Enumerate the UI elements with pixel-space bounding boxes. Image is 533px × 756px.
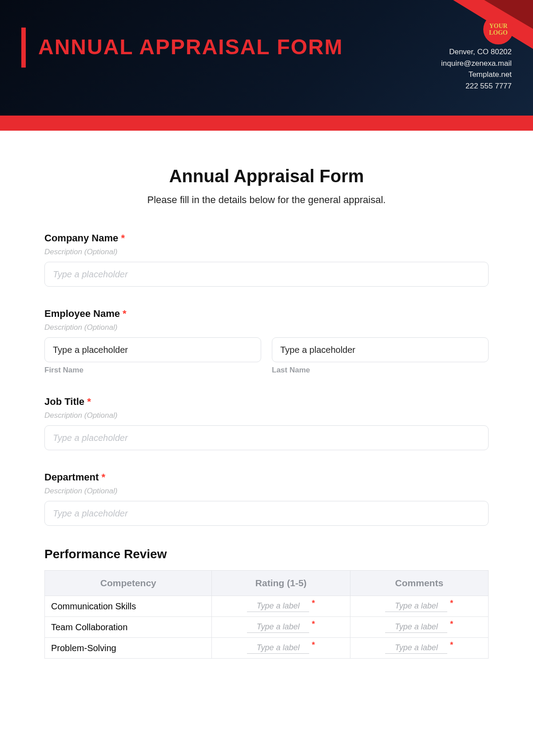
company-label: Company Name * (44, 232, 489, 244)
last-name-input[interactable] (272, 337, 489, 362)
performance-table: Competency Rating (1-5) Comments Communi… (44, 570, 489, 659)
department-label-text: Department (44, 472, 99, 483)
last-name-sublabel: Last Name (272, 366, 489, 375)
required-mark: * (450, 599, 453, 608)
field-employee: Employee Name * Description (Optional) F… (44, 308, 489, 375)
employee-label-text: Employee Name (44, 308, 120, 319)
performance-title: Performance Review (44, 547, 489, 561)
field-department: Department * Description (Optional) (44, 472, 489, 526)
comments-input[interactable] (385, 642, 447, 654)
company-desc: Description (Optional) (44, 248, 489, 256)
jobtitle-input[interactable] (44, 425, 489, 450)
col-rating: Rating (1-5) (212, 571, 350, 596)
company-input[interactable] (44, 262, 489, 287)
table-row: Team Collaboration * * (45, 617, 489, 638)
required-mark: * (121, 232, 125, 244)
field-company: Company Name * Description (Optional) (44, 232, 489, 287)
logo-badge: YOUR LOGO (483, 14, 513, 44)
contact-phone: 222 555 7777 (441, 80, 512, 92)
accent-bar-icon (21, 28, 26, 68)
competency-cell: Communication Skills (45, 596, 212, 617)
contact-address: Denver, CO 80202 (441, 46, 512, 58)
department-input[interactable] (44, 501, 489, 526)
first-name-sublabel: First Name (44, 366, 261, 375)
jobtitle-label: Job Title * (44, 396, 489, 408)
contact-email: inquire@zenexa.mail (441, 58, 512, 69)
employee-label: Employee Name * (44, 308, 489, 320)
jobtitle-desc: Description (Optional) (44, 411, 489, 420)
department-desc: Description (Optional) (44, 487, 489, 496)
required-mark: * (123, 308, 127, 319)
required-mark: * (450, 640, 453, 650)
rating-input[interactable] (247, 621, 309, 633)
jobtitle-label-text: Job Title (44, 396, 84, 407)
header-contact: Denver, CO 80202 inquire@zenexa.mail Tem… (441, 46, 512, 92)
competency-cell: Team Collaboration (45, 617, 212, 638)
col-comments: Comments (350, 571, 488, 596)
form-title: Annual Appraisal Form (44, 166, 489, 186)
required-mark: * (87, 396, 91, 407)
required-mark: * (312, 640, 315, 650)
rating-input[interactable] (247, 642, 309, 654)
rating-input[interactable] (247, 600, 309, 612)
required-mark: * (450, 620, 453, 629)
department-label: Department * (44, 472, 489, 483)
employee-desc: Description (Optional) (44, 323, 489, 332)
required-mark: * (101, 472, 105, 483)
red-strip (0, 116, 533, 131)
table-row: Communication Skills * * (45, 596, 489, 617)
page-header: YOUR LOGO ANNUAL APPRAISAL FORM Denver, … (0, 0, 533, 116)
form-subtitle: Please fill in the details below for the… (44, 194, 489, 206)
contact-site: Template.net (441, 69, 512, 80)
col-competency: Competency (45, 571, 212, 596)
comments-input[interactable] (385, 600, 447, 612)
comments-input[interactable] (385, 621, 447, 633)
required-mark: * (312, 599, 315, 608)
field-jobtitle: Job Title * Description (Optional) (44, 396, 489, 450)
header-title: ANNUAL APPRAISAL FORM (38, 35, 343, 59)
logo-text: YOUR LOGO (483, 23, 513, 36)
table-row: Problem-Solving * * (45, 638, 489, 659)
first-name-input[interactable] (44, 337, 261, 362)
competency-cell: Problem-Solving (45, 638, 212, 659)
form-body: Annual Appraisal Form Please fill in the… (0, 131, 533, 676)
required-mark: * (312, 620, 315, 629)
company-label-text: Company Name (44, 232, 118, 244)
